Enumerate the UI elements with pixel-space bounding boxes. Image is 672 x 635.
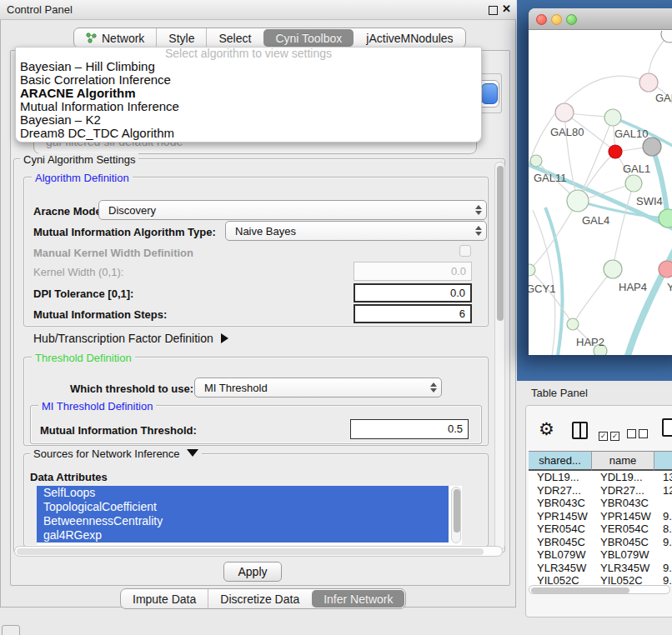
mi-threshold-field[interactable]: 0.5 — [350, 419, 469, 439]
apply-button[interactable]: Apply — [223, 562, 282, 582]
node-GCY1[interactable] — [529, 264, 535, 276]
manual-kernel-checkbox[interactable] — [459, 245, 471, 257]
node-GAL80[interactable] — [555, 103, 574, 122]
split-columns-icon[interactable] — [572, 422, 588, 439]
sources-expander[interactable]: Sources for Network Inference — [30, 448, 202, 460]
node-pink-top[interactable] — [639, 73, 658, 92]
which-threshold-combo[interactable]: MI Threshold — [194, 378, 442, 398]
algorithm-option-aracne-algorithm[interactable]: ARACNE Algorithm — [16, 87, 481, 100]
algorithm-option-mutual-information-inference[interactable]: Mutual Information Inference — [16, 100, 481, 113]
node-HAP2[interactable] — [567, 318, 579, 330]
table-cell — [654, 548, 672, 562]
algorithm-option-bayesian-hill-climbing[interactable]: Bayesian – Hill Climbing — [16, 60, 481, 73]
table-cell: YER054C — [592, 522, 654, 536]
sources-title: Sources for Network Inference — [33, 448, 180, 460]
node-gray-node[interactable] — [643, 138, 661, 156]
close-icon[interactable]: ✕ — [502, 2, 511, 15]
mi-steps-field[interactable]: 6 — [354, 304, 472, 323]
tab-discretize-data[interactable]: Discretize Data — [208, 589, 311, 608]
float-window-icon[interactable] — [489, 6, 498, 15]
algorithm-option-basic-correlation-inference[interactable]: Basic Correlation Inference — [16, 73, 481, 87]
column-header-name[interactable]: name — [592, 451, 654, 471]
node-label-gal1: GAL1 — [623, 162, 650, 175]
tab-style[interactable]: Style — [156, 28, 206, 48]
network-graph[interactable]: GALGAL80GAL10GAL1GAL11SWI4GAL4GCY1HAP4YH… — [529, 31, 672, 355]
table-row[interactable]: YBR045CYBR045C9. — [529, 536, 672, 549]
settings-horizontal-scrollbar[interactable] — [14, 546, 503, 557]
table-hscrollbar-thumb[interactable] — [531, 588, 629, 593]
node-GAL10[interactable] — [604, 109, 621, 126]
node-salmon[interactable] — [659, 261, 672, 278]
table-row[interactable]: YER054CYER054C8. — [529, 522, 672, 536]
table-cell: YBL079W — [592, 548, 654, 562]
node-GAL4[interactable] — [567, 190, 589, 212]
node-GAL1[interactable] — [625, 175, 642, 192]
data-attributes-list[interactable]: SelfLoopsTopologicalCoefficientBetweenne… — [37, 486, 462, 545]
table-horizontal-scrollbar[interactable] — [529, 585, 670, 594]
zoom-traffic-light[interactable] — [566, 14, 577, 25]
minimize-traffic-light[interactable] — [551, 14, 562, 25]
tab-label: Discretize Data — [220, 592, 299, 606]
table-row[interactable]: YDR27...YDR27...12 — [529, 484, 672, 498]
mini-toolbar-button[interactable] — [2, 625, 20, 635]
node-label-hap2: HAP2 — [576, 336, 604, 348]
kernel-width-field[interactable]: 0.0 — [354, 262, 472, 281]
table-row[interactable]: YBL079WYBL079W — [529, 548, 672, 562]
network-window-titlebar[interactable] — [529, 8, 672, 30]
mi-type-combo[interactable]: Naive Bayes — [225, 221, 487, 241]
settings-vertical-scrollbar[interactable] — [494, 162, 505, 550]
aracne-mode-combo[interactable]: Discovery — [98, 200, 487, 220]
table-row[interactable]: YBR043CYBR043C — [529, 497, 672, 510]
tab-cyni-toolbox[interactable]: Cyni Toolbox — [263, 29, 354, 47]
table-cell: 9. — [654, 510, 672, 523]
tab-label: Select — [218, 32, 251, 45]
dpi-tolerance-field[interactable]: 0.0 — [354, 283, 472, 302]
tab-infer-network[interactable]: Infer Network — [312, 590, 404, 608]
attribute-item-selfloops[interactable]: SelfLoops — [37, 486, 449, 500]
close-traffic-light[interactable] — [536, 14, 547, 25]
combo-spinner-focused[interactable] — [481, 83, 498, 104]
tab-jactivemnodules[interactable]: jActiveMNodules — [354, 28, 464, 48]
table-cell: YBR043C — [592, 497, 654, 510]
algorithm-option-dream8-dc-tdc-algorithm[interactable]: Dream8 DC_TDC Algorithm — [16, 127, 481, 140]
gear-icon[interactable]: ⚙ — [539, 419, 554, 439]
top-tab-bar: NetworkStyleSelectCyni ToolboxjActiveMNo… — [73, 28, 466, 48]
deselect-all-columns-icon[interactable] — [627, 427, 648, 442]
tab-impute-data[interactable]: Impute Data — [121, 589, 208, 608]
tab-network[interactable]: Network — [74, 28, 156, 48]
attribute-item-gal4rgexp[interactable]: gal4RGexp — [37, 528, 449, 542]
settings-scrollbar-thumb[interactable] — [497, 166, 504, 321]
node-label-gcy1: GCY1 — [529, 282, 555, 295]
tab-label: Style — [168, 32, 194, 45]
collapse-down-icon — [187, 449, 198, 457]
node-HAP4[interactable] — [604, 260, 622, 278]
algorithm-option-bayesian-k2[interactable]: Bayesian – K2 — [16, 113, 481, 127]
table-row[interactable]: YDL19...YDL19...13 — [529, 471, 672, 484]
algorithm-popup-list: Bayesian – Hill ClimbingBasic Correlatio… — [16, 60, 481, 140]
attributes-scrollbar-thumb[interactable] — [454, 489, 460, 532]
table-cell: 9. — [654, 536, 672, 549]
node-white-top[interactable] — [661, 31, 672, 42]
select-all-columns-icon[interactable]: ✓✓ — [599, 427, 619, 442]
node-GAL11[interactable] — [530, 155, 542, 167]
column-header-clipped[interactable] — [654, 451, 672, 471]
table-row[interactable]: YPR145WYPR145W9. — [529, 510, 672, 523]
mi-threshold-title: MI Threshold Definition — [38, 400, 156, 412]
attribute-item-topologicalcoefficient[interactable]: TopologicalCoefficient — [37, 500, 449, 514]
hub-definition-expander[interactable]: Hub/Transcription Factor Definition — [33, 332, 228, 345]
table-row[interactable]: YLR345WYLR345W9. — [529, 562, 672, 575]
column-header-shared[interactable]: shared... — [529, 451, 592, 471]
node-red-node[interactable] — [609, 145, 622, 158]
table-row[interactable]: YIL052CYIL052C9. — [529, 574, 672, 585]
tab-select[interactable]: Select — [206, 28, 263, 48]
node-label-gal: GAL — [655, 92, 672, 104]
node-SWI4[interactable] — [659, 209, 672, 228]
attributes-scrollbar[interactable] — [451, 487, 461, 543]
settings-hscrollbar-thumb[interactable] — [17, 548, 484, 555]
network-canvas[interactable]: GALGAL80GAL10GAL1GAL11SWI4GAL4GCY1HAP4YH… — [529, 31, 672, 355]
attribute-item-betweennesscentrality[interactable]: BetweennessCentrality — [37, 514, 449, 528]
export-table-icon[interactable] — [662, 418, 672, 437]
table-cell: YBL079W — [529, 548, 592, 562]
node-label-y: Y — [667, 281, 672, 293]
algorithm-popup-prompt: Select algorithm to view settings — [16, 48, 481, 60]
